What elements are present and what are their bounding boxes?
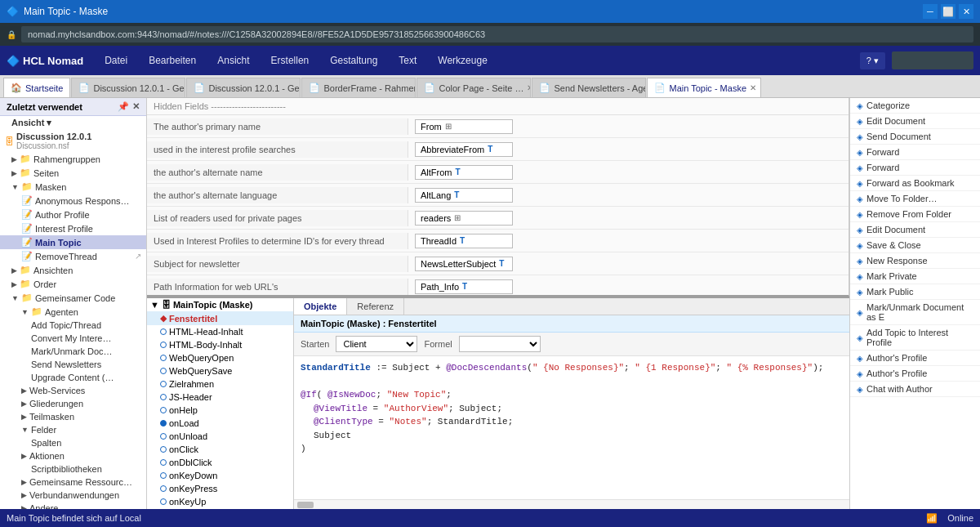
field-box-0[interactable]: From ⊞ <box>415 119 513 134</box>
bt-onclick[interactable]: onClick <box>147 443 293 456</box>
tab-close-4[interactable]: ✕ <box>527 83 531 92</box>
tab-borderframe[interactable]: 📄 BorderFrame - Rahmen… ✕ <box>301 78 416 97</box>
menu-text[interactable]: Text <box>389 50 426 71</box>
tree-aktionen[interactable]: ▶ Aktionen <box>0 449 146 462</box>
right-markpublic[interactable]: ◈ Mark Public <box>850 284 980 300</box>
right-forward1[interactable]: ◈ Forward <box>850 145 980 160</box>
menu-datei[interactable]: Datei <box>95 50 137 71</box>
right-markprivate[interactable]: ◈ Mark Private <box>850 269 980 284</box>
bt-onunload[interactable]: onUnload <box>147 430 293 443</box>
tab-colorpage[interactable]: 📄 Color Page - Seite … ✕ <box>416 78 531 97</box>
formel-select[interactable] <box>459 336 541 352</box>
tree-addtopic[interactable]: Add Topic/Thread <box>0 319 146 332</box>
panel-close-icon[interactable]: ✕ <box>132 101 140 112</box>
tree-sendnewsletters[interactable]: Send Newsletters <box>0 358 146 371</box>
tree-gemeinsamer-code[interactable]: ▼ 📁 Gemeinsamer Code <box>0 291 146 305</box>
right-markunmark[interactable]: ◈ Mark/Unmark Document as E <box>850 300 980 325</box>
bt-onmousedown[interactable]: onMouseDown <box>147 508 293 509</box>
right-movetofolder[interactable]: ◈ Move To Folder… <box>850 191 980 207</box>
panel-pin-icon[interactable]: 📌 <box>118 101 129 112</box>
tree-gemeinsame-ressource[interactable]: ▶ Gemeinsame Ressourc… <box>0 476 146 489</box>
field-box-5[interactable]: ThreadId T <box>415 234 513 248</box>
bt-jsheader[interactable]: JS-Header <box>147 391 293 404</box>
tab-sendnewsletters[interactable]: 📄 Send Newsletters - Age… ✕ <box>532 78 646 97</box>
right-chatwithauthor[interactable]: ◈ Chat with Author <box>850 382 980 397</box>
right-categorize[interactable]: ◈ Categorize <box>850 98 980 114</box>
tab-maintopic[interactable]: 📄 Main Topic - Maske ✕ <box>647 78 761 97</box>
right-forward2[interactable]: ◈ Forward <box>850 160 980 176</box>
bt-onkeyup[interactable]: onKeyUp <box>147 495 293 508</box>
url-input[interactable] <box>21 26 973 42</box>
code-area[interactable]: StandardTitle := Subject + @DocDescendan… <box>294 356 849 499</box>
bt-webquerysave[interactable]: WebQuerySave <box>147 364 293 377</box>
tab-discussion-1[interactable]: 📄 Discussion 12.0.1 - Ges… ✕ <box>71 78 185 97</box>
tree-andere[interactable]: ▶ Andere <box>0 502 146 509</box>
minimize-button[interactable]: ─ <box>923 4 938 19</box>
field-box-3[interactable]: AltLang T <box>415 188 513 203</box>
tree-agenten[interactable]: ▼ 📁 Agenten <box>0 305 146 319</box>
bt-webqueryopen[interactable]: WebQueryOpen <box>147 351 293 364</box>
bt-ondblclick[interactable]: onDblClick <box>147 456 293 469</box>
bt-onkeydown[interactable]: onKeyDown <box>147 469 293 482</box>
right-addtopic[interactable]: ◈ Add Topic to Interest Profile <box>850 325 980 351</box>
right-saveclose[interactable]: ◈ Save & Close <box>850 238 980 253</box>
tree-order[interactable]: ▶ 📁 Order <box>0 277 146 291</box>
tree-anonymous[interactable]: 📝 Anonymous Respons… <box>0 194 146 208</box>
field-box-1[interactable]: AbbreviateFrom T <box>415 142 513 157</box>
view-selector[interactable]: Ansicht ▾ <box>0 116 146 130</box>
tab-referenz[interactable]: Referenz <box>347 298 404 315</box>
right-senddoc[interactable]: ◈ Send Document <box>850 129 980 145</box>
tree-seiten[interactable]: ▶ 📁 Seiten <box>0 166 146 180</box>
horizontal-scrollbar[interactable] <box>294 499 849 509</box>
tree-webservices[interactable]: ▶ Web-Services <box>0 384 146 397</box>
tree-markunmark[interactable]: Mark/Unmark Doc… <box>0 345 146 358</box>
right-forwardbookmark[interactable]: ◈ Forward as Bookmark <box>850 176 980 191</box>
tab-home[interactable]: 🏠 Startseite <box>3 78 70 97</box>
right-authorprofile2[interactable]: ◈ Author's Profile <box>850 366 980 382</box>
tree-authorprofile[interactable]: 📝 Author Profile <box>0 208 146 221</box>
right-editdoc[interactable]: ◈ Edit Document <box>850 114 980 129</box>
right-editdoc2[interactable]: ◈ Edit Document <box>850 222 980 238</box>
right-removefromfolder[interactable]: ◈ Remove From Folder <box>850 207 980 222</box>
tree-verbund[interactable]: ▶ Verbundanwendungen <box>0 489 146 502</box>
bt-htmlbody[interactable]: HTML-Body-Inhalt <box>147 338 293 351</box>
field-box-2[interactable]: AltFrom T <box>415 165 513 180</box>
tree-spalten[interactable]: Spalten <box>0 436 146 449</box>
bt-fenstertitel[interactable]: ◆ Fenstertitel <box>147 311 293 325</box>
right-authorprofile1[interactable]: ◈ Author's Profile <box>850 351 980 366</box>
client-select[interactable]: Client <box>336 336 417 352</box>
menu-erstellen[interactable]: Erstellen <box>261 50 319 71</box>
tree-ansichten[interactable]: ▶ 📁 Ansichten <box>0 263 146 277</box>
bt-onkeypress[interactable]: onKeyPress <box>147 482 293 495</box>
tree-interestprofile[interactable]: 📝 Interest Profile <box>0 221 146 235</box>
field-box-6[interactable]: NewsLetterSubject T <box>415 257 513 271</box>
tree-masken[interactable]: ▼ 📁 Masken <box>0 180 146 194</box>
tree-gliederungen[interactable]: ▶ Gliederungen <box>0 397 146 410</box>
tree-rahmengruppen[interactable]: ▶ 📁 Rahmengruppen <box>0 152 146 166</box>
tree-removethread[interactable]: 📝 RemoveThread ↗ <box>0 249 146 263</box>
tab-objekte[interactable]: Objekte <box>294 298 347 315</box>
tab-discussion-2[interactable]: 📄 Discussion 12.0.1 - Ges… ✕ <box>186 78 301 97</box>
menu-ansicht[interactable]: Ansicht <box>207 50 259 71</box>
bt-zielrahmen[interactable]: Zielrahmen <box>147 377 293 391</box>
bt-root[interactable]: ▼ 🗄 MainTopic (Maske) <box>147 298 293 311</box>
right-newresponse[interactable]: ◈ New Response <box>850 253 980 269</box>
tab-close-6[interactable]: ✕ <box>750 83 756 92</box>
bt-onhelp[interactable]: onHelp <box>147 404 293 417</box>
field-box-4[interactable]: readers ⊞ <box>415 211 513 226</box>
tree-upgradecontent[interactable]: Upgrade Content (… <box>0 371 146 384</box>
restore-button[interactable]: ⬜ <box>941 4 956 19</box>
tree-scriptbiblio[interactable]: Scriptbibliotheken <box>0 462 146 476</box>
bt-onload[interactable]: onLoad <box>147 417 293 430</box>
tree-teilmasken[interactable]: ▶ Teilmasken <box>0 410 146 423</box>
tree-felder[interactable]: ▼ Felder <box>0 423 146 436</box>
bt-htmlhead[interactable]: HTML-Head-Inhalt <box>147 325 293 338</box>
db-node[interactable]: 🗄 Discussion 12.0.1 Discussion.nsf <box>0 130 146 152</box>
field-box-7[interactable]: Path_Info T <box>415 279 513 294</box>
tree-convertmy[interactable]: Convert My Intere… <box>0 332 146 345</box>
help-button[interactable]: ? ▾ <box>860 52 885 69</box>
tree-maintopic[interactable]: 📝 Main Topic <box>0 235 146 249</box>
close-button[interactable]: ✕ <box>959 4 973 19</box>
menu-gestaltung[interactable]: Gestaltung <box>320 50 387 71</box>
menu-werkzeuge[interactable]: Werkzeuge <box>428 50 497 71</box>
